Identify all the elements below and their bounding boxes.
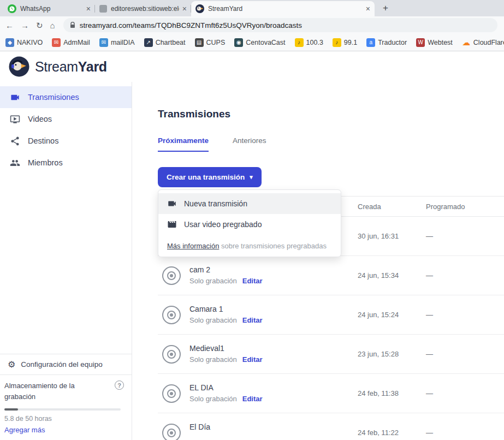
tab-streamyard[interactable]: StreamYard ×	[191, 1, 375, 16]
menu-item-label: Usar video pregrabado	[184, 220, 262, 229]
video-library-icon	[10, 114, 20, 124]
broadcast-title: EL DIA	[189, 383, 263, 392]
clapperboard-icon	[167, 219, 177, 229]
storage-used-label: 5.8 de 50 horas	[4, 415, 124, 423]
sidebar-item-label: Videos	[28, 115, 52, 123]
bookmark-cloudflare[interactable]: ☁CloudFlare	[462, 38, 504, 47]
sidebar-item-videos[interactable]: Videos	[0, 108, 132, 130]
bookmark-traductor[interactable]: aTraductor	[366, 38, 407, 47]
add-more-link[interactable]: Agregar más	[4, 426, 45, 434]
storage-section: Almacenamiento de la grabación ? 5.8 de …	[0, 374, 132, 440]
header-created: Creada	[358, 203, 426, 211]
page-title: Transmisiones	[158, 108, 504, 120]
table-row[interactable]: Medieval1 Solo grabaciónEditar 23 jun, 1…	[158, 335, 504, 374]
bookmark-cups[interactable]: ▤CUPS	[195, 38, 226, 47]
bookmark-100-3[interactable]: ♪100.3	[295, 38, 323, 47]
streamyard-logo[interactable]: StreamYard	[0, 51, 504, 82]
broadcast-subtitle: Solo grabación	[189, 395, 237, 403]
reload-icon[interactable]: ↻	[36, 21, 43, 29]
menu-item-nueva-transmision[interactable]: Nueva transmisión	[158, 193, 341, 214]
bookmark-99-1[interactable]: ♪99.1	[333, 38, 357, 47]
created-cell: 23 jun, 15:28	[358, 350, 426, 358]
broadcast-title: El Día	[189, 423, 210, 431]
bookmark-maildia[interactable]: ✉mailDIA	[99, 38, 135, 47]
sidebar-item-miembros[interactable]: Miembros	[0, 152, 132, 174]
create-broadcast-label: Crear una transmisión	[167, 173, 245, 181]
tab-proximamente[interactable]: Próximamente	[158, 136, 209, 152]
whatsapp-icon	[8, 4, 16, 13]
scheduled-cell: —	[426, 429, 504, 437]
sidebar: Transmisiones Videos Destinos Miembros ⚙…	[0, 82, 132, 440]
close-icon[interactable]: ×	[86, 5, 91, 13]
bookmark-label: CloudFlare	[473, 39, 504, 46]
bookmark-label: NAKIVO	[17, 39, 43, 46]
nakivo-icon: ◆	[5, 38, 14, 47]
tab-whatsapp[interactable]: WhatsApp ×	[3, 1, 95, 16]
lock-icon	[70, 22, 75, 28]
cups-icon: ▤	[195, 38, 204, 47]
edit-link[interactable]: Editar	[242, 395, 263, 403]
scheduled-cell: —	[426, 350, 504, 358]
bookmarks-bar: ◆NAKIVO ✉AdmMail ✉mailDIA ↗Chartbeat ▤CU…	[0, 34, 504, 51]
brand-yard: Yard	[78, 59, 107, 74]
sidebar-item-label: Miembros	[28, 158, 63, 167]
scheduled-cell: —	[426, 232, 504, 240]
bookmark-label: Chartbeat	[156, 39, 186, 46]
new-tab-button[interactable]: +	[379, 2, 392, 15]
create-broadcast-button[interactable]: Crear una transmisión ▾	[158, 167, 262, 187]
broadcast-subtitle: Solo grabación	[189, 316, 237, 325]
table-row[interactable]: El Día 24 feb, 11:22 —	[158, 413, 504, 440]
admmail-icon: ✉	[52, 38, 61, 47]
bookmark-label: 100.3	[306, 39, 323, 46]
tab-editoresweb[interactable]: editoresweb:sitioweb:eldia.co ×	[95, 1, 191, 16]
gear-icon: ⚙	[8, 360, 15, 369]
more-info-link[interactable]: Más información	[167, 242, 219, 250]
webtest-icon: W	[416, 38, 425, 47]
bookmark-label: CUPS	[206, 39, 226, 46]
help-icon[interactable]: ?	[115, 380, 124, 390]
bookmark-nakivo[interactable]: ◆NAKIVO	[5, 38, 43, 47]
edit-link[interactable]: Editar	[242, 316, 263, 325]
tab-anteriores[interactable]: Anteriores	[233, 136, 266, 152]
sidebar-footer: ⚙ Configuración del equipo Almacenamient…	[0, 354, 132, 440]
table-row[interactable]: cam 2 Solo grabaciónEditar 24 jun, 15:34…	[158, 256, 504, 295]
scheduled-cell: —	[426, 311, 504, 319]
browser-window: WhatsApp × editoresweb:sitioweb:eldia.co…	[0, 0, 504, 440]
dropdown-footer: Más información sobre transmisiones preg…	[158, 235, 341, 251]
forward-icon[interactable]: →	[21, 21, 29, 29]
brand-stream: Stream	[35, 59, 78, 74]
team-settings-button[interactable]: ⚙ Configuración del equipo	[0, 354, 132, 374]
sidebar-item-label: Transmisiones	[28, 93, 79, 102]
menu-item-video-pregrabado[interactable]: Usar video pregrabado	[158, 214, 341, 235]
table-row[interactable]: Camara 1 Solo grabaciónEditar 24 jun, 15…	[158, 295, 504, 335]
radio-99-1-icon: ♪	[333, 38, 341, 47]
home-icon[interactable]: ⌂	[50, 21, 55, 29]
cloudflare-icon: ☁	[462, 38, 471, 47]
sidebar-item-label: Destinos	[28, 136, 58, 145]
bookmark-label: Webtest	[428, 39, 453, 46]
bookmark-label: 99.1	[344, 39, 357, 46]
bookmark-admmail[interactable]: ✉AdmMail	[52, 38, 90, 47]
bookmark-chartbeat[interactable]: ↗Chartbeat	[144, 38, 186, 47]
header-scheduled: Programado	[426, 203, 504, 211]
table-row[interactable]: EL DIA Solo grabaciónEditar 24 feb, 11:3…	[158, 374, 504, 413]
storage-progress-bar	[4, 408, 121, 411]
maildia-icon: ✉	[99, 38, 108, 47]
address-bar[interactable]: streamyard.com/teams/TQDhBC9ZNTmft6z5UsQ…	[63, 18, 497, 32]
edit-link[interactable]: Editar	[242, 277, 263, 286]
sidebar-item-transmisiones[interactable]: Transmisiones	[0, 86, 132, 108]
close-icon[interactable]: ×	[366, 5, 370, 13]
bookmark-centovacast[interactable]: ◉CentovaCast	[234, 38, 285, 47]
edit-link[interactable]: Editar	[242, 355, 263, 364]
scheduled-cell: —	[426, 389, 504, 397]
main-content: Transmisiones Próximamente Anteriores Cr…	[132, 82, 504, 440]
created-cell: 24 jun, 15:34	[358, 271, 426, 280]
bookmark-webtest[interactable]: WWebtest	[416, 38, 453, 47]
broadcast-title: Camara 1	[189, 305, 263, 313]
create-broadcast-dropdown: Nueva transmisión Usar video pregrabado …	[158, 189, 341, 257]
back-icon[interactable]: ←	[5, 21, 14, 29]
close-icon[interactable]: ×	[182, 5, 187, 13]
sidebar-item-destinos[interactable]: Destinos	[0, 130, 132, 152]
videocam-icon	[10, 92, 20, 103]
broadcast-subtitle: Solo grabación	[189, 355, 237, 364]
